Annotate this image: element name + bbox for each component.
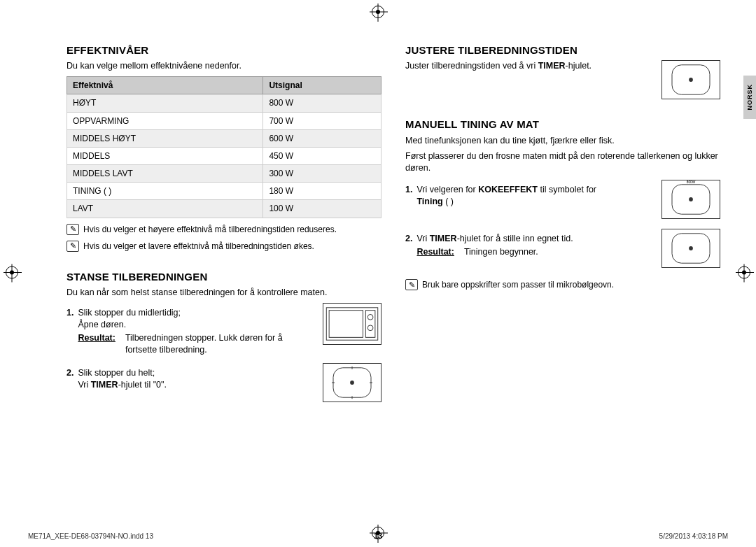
table-row: MIDDELS LAVT300 W — [67, 165, 382, 183]
power-dial-illustration: 800W — [662, 180, 720, 219]
result-label: Resultat: — [416, 246, 454, 258]
footer-filename: ME71A_XEE-DE68-03794N-NO.indd 13 — [28, 532, 153, 540]
th-level: Effektnivå — [67, 77, 263, 94]
note-icon — [405, 279, 418, 290]
crop-mark-left — [6, 267, 18, 281]
svg-point-4 — [368, 325, 373, 331]
note-higher-power: Hvis du velger et høyere effektnivå må t… — [66, 224, 382, 235]
note-icon — [66, 224, 79, 235]
result-label: Resultat: — [78, 332, 115, 356]
language-tab: NORSK — [743, 76, 756, 119]
svg-point-14 — [689, 197, 693, 201]
step-1-defrost: 1. Vri velgeren for KOKEEFFEKT til symbo… — [405, 180, 720, 219]
section-stop-cooking: STANSE TILBEREDNINGEN Du kan når som hel… — [66, 270, 382, 402]
svg-point-3 — [368, 315, 373, 320]
heading-power-levels: EFFEKTNIVÅER — [66, 43, 382, 57]
step-2-stop: 2. Slik stopper du helt; Vri TIMER-hjule… — [66, 363, 382, 402]
crop-mark-right — [738, 267, 750, 281]
heading-manual-defrost: MANUELL TINING AV MAT — [405, 118, 720, 132]
step-2-defrost: 2. Vri TIMER-hjulet for å stille inn egn… — [405, 229, 720, 268]
table-row: HØYT800 W — [67, 94, 382, 112]
timer-dial-illustration — [323, 363, 382, 402]
table-row: MIDDELS HØYT600 W — [67, 129, 382, 147]
timer-dial-illustration — [662, 60, 720, 99]
intro-stop-cooking: Du kan når som helst stanse tilberedning… — [66, 287, 382, 299]
timer-dial-illustration — [662, 229, 720, 268]
power-level-table: Effektnivå Utsignal HØYT800 W OPPVARMING… — [66, 76, 382, 218]
th-output: Utsignal — [263, 77, 382, 94]
table-row: LAVT100 W — [67, 200, 382, 218]
step-1-stop: 1. Slik stopper du midlertidig; Åpne dør… — [66, 303, 382, 356]
intro-power-levels: Du kan velge mellom effektnivåene nedenf… — [66, 60, 382, 72]
table-row: TINING ( )180 W — [67, 183, 382, 200]
page-number: 13 — [374, 532, 382, 540]
section-power-levels: EFFEKTNIVÅER Du kan velge mellom effektn… — [66, 43, 382, 252]
heading-adjust-time: JUSTERE TILBEREDNINGSTIDEN — [405, 43, 720, 57]
table-row: MIDDELS450 W — [67, 147, 382, 164]
microwave-illustration — [323, 303, 382, 345]
svg-rect-1 — [329, 311, 363, 338]
note-lower-power: Hvis du velger et lavere effektnivå må t… — [66, 241, 382, 252]
section-manual-defrost: MANUELL TINING AV MAT Med tinefunksjonen… — [405, 118, 720, 290]
footer-timestamp: 5/29/2013 4:03:18 PM — [659, 532, 728, 540]
svg-point-6 — [350, 381, 354, 385]
section-adjust-time: JUSTERE TILBEREDNINGSTIDEN Juster tilber… — [405, 43, 720, 99]
note-recipes: Bruk bare oppskrifter som passer til mik… — [405, 279, 720, 290]
svg-point-17 — [689, 246, 693, 250]
table-row: OPPVARMING700 W — [67, 112, 382, 129]
svg-text:800W: 800W — [687, 180, 696, 184]
svg-rect-0 — [326, 308, 377, 340]
crop-mark-top — [372, 6, 384, 20]
heading-stop-cooking: STANSE TILBEREDNINGEN — [66, 270, 382, 284]
svg-point-12 — [689, 78, 693, 82]
note-icon — [66, 241, 79, 252]
